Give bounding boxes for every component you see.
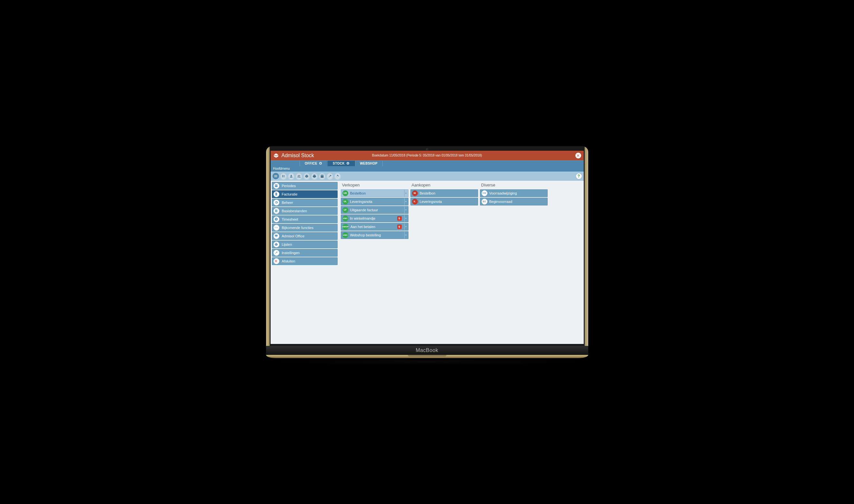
sidebar-item-label: Periodes [282, 184, 296, 188]
sidebar-item-label: Timesheet [282, 217, 298, 221]
module-tab-indicator-icon [346, 162, 349, 165]
close-button[interactable] [575, 152, 581, 159]
laptop-frame: Admisol Stock Boekdatum 11/05/2018 (Peri… [266, 146, 588, 358]
panel-item-label: Voorraadwijziging [490, 191, 547, 195]
code-chip: UF [342, 207, 348, 213]
printer-icon [273, 241, 279, 247]
sidebar-item-lijsten[interactable]: Lijsten [272, 240, 338, 248]
count-badge: 6 [397, 224, 402, 229]
wrench-icon [273, 250, 279, 256]
column-diverse: DiverseVWVoorraadwijzigingBSBeginvoorraa… [480, 182, 548, 205]
code-chip: UW2 [342, 232, 348, 238]
dropdown-toggle[interactable] [404, 215, 408, 222]
sidebar-menu: PeriodesFacturatieBeheerBasisbestandenTi… [271, 181, 339, 344]
sidebar-item-facturatie[interactable]: Facturatie [272, 190, 338, 198]
code-chip: UL [342, 199, 348, 204]
code-chip: VW [482, 190, 487, 196]
dropdown-toggle[interactable] [404, 206, 408, 214]
module-tab-stock[interactable]: STOCK [327, 161, 355, 166]
dropdown-toggle[interactable] [404, 198, 408, 205]
main-content: PeriodesFacturatieBeheerBasisbestandenTi… [271, 181, 584, 344]
print-icon[interactable] [311, 173, 318, 179]
app-header: Admisol Stock Boekdatum 11/05/2018 (Peri… [271, 151, 584, 160]
dots-icon [273, 225, 279, 231]
panel-columns: VerkopenUBBestelbonULLeveringsnotaUFUitg… [339, 181, 584, 344]
sidebar-item-bijkomende-functies[interactable]: Bijkomende functies [272, 224, 338, 232]
booking-date-status: Boekdatum 11/05/2018 (Periode 5: 05/2018… [372, 154, 482, 157]
panel-item-uitgaande-factuur[interactable]: UFUitgaande factuur [341, 206, 408, 214]
screen-icon [273, 233, 279, 239]
sidebar-item-label: Facturatie [282, 192, 298, 196]
app-window: Admisol Stock Boekdatum 11/05/2018 (Peri… [271, 151, 584, 344]
module-tab-webshop[interactable]: WEBSHOP [355, 161, 383, 166]
refresh-icon[interactable] [334, 173, 341, 179]
panel-item-in-winkelmandje[interactable]: UW1In winkelmandje5 [341, 215, 408, 222]
panel-item-label: Aan het betalen [351, 225, 395, 229]
panel-item-webshop-bestelling[interactable]: UW2Webshop bestelling [341, 231, 408, 239]
panel-item-bestelbon[interactable]: IBBestelbon [410, 190, 478, 197]
help-button[interactable]: ? [576, 173, 582, 179]
code-chip: UB [342, 190, 348, 196]
column-verkopen: VerkopenUBBestelbonULLeveringsnotaUFUitg… [341, 182, 408, 239]
list-icon[interactable] [280, 173, 287, 179]
menu-icon[interactable] [272, 173, 279, 179]
sidebar-item-afsluiten[interactable]: Afsluiten [272, 257, 338, 265]
panel-item-leveringsnota[interactable]: ULLeveringsnota [341, 198, 408, 205]
dropdown-toggle[interactable] [404, 223, 408, 230]
device-label: MacBook [266, 346, 588, 355]
sidebar-item-label: Instellingen [282, 251, 300, 255]
wrench-icon[interactable] [327, 173, 333, 179]
quick-toolbar: ? [271, 172, 584, 181]
sidebar-item-basisbestanden[interactable]: Basisbestanden [272, 207, 338, 215]
laptop-base [266, 355, 588, 358]
sidebar-item-label: Basisbestanden [282, 209, 307, 213]
module-tab-indicator-icon [319, 162, 322, 165]
column-title: Aankopen [412, 183, 478, 187]
app-title: Admisol Stock [282, 152, 314, 159]
sidebar-item-instellingen[interactable]: Instellingen [272, 249, 338, 257]
gear-icon [273, 200, 279, 205]
sidebar-item-timesheet[interactable]: Timesheet [272, 215, 338, 223]
panel-item-bestelbon[interactable]: UBBestelbon [341, 190, 408, 197]
files-icon [273, 208, 279, 214]
module-tab-label: OFFICE [305, 162, 317, 165]
dropdown-toggle[interactable] [404, 232, 408, 239]
sidebar-item-admisol-office[interactable]: Admisol Office [272, 232, 338, 240]
code-chip: IB [412, 190, 418, 196]
app-logo-icon [273, 152, 279, 159]
breadcrumb: Hoofdmenu [271, 166, 584, 172]
sidebar-item-label: Lijsten [282, 242, 292, 246]
column-title: Verkopen [342, 183, 408, 187]
group-icon[interactable] [296, 173, 302, 179]
panel-item-leveringsnota[interactable]: ILLeveringsnota [410, 198, 478, 205]
module-tab-office[interactable]: OFFICE [300, 161, 327, 166]
sidebar-item-periodes[interactable]: Periodes [272, 182, 338, 190]
clock-icon [273, 216, 279, 222]
panel-item-label: Bestelbon [350, 191, 402, 195]
sidebar-item-beheer[interactable]: Beheer [272, 199, 338, 206]
box-icon[interactable] [303, 173, 310, 179]
code-chip: IL [412, 199, 418, 204]
calendar-icon [273, 183, 279, 189]
code-chip: BS [482, 199, 487, 204]
sidebar-item-label: Bijkomende functies [282, 226, 314, 230]
dropdown-toggle[interactable] [404, 190, 408, 197]
invoice-icon [273, 191, 279, 197]
panel-item-label: In winkelmandje [350, 216, 395, 220]
calendar-icon[interactable] [319, 173, 325, 179]
panel-item-label: Leveringsnota [350, 200, 402, 203]
code-chip: UW1 [342, 215, 348, 221]
panel-item-aan-het-betalen[interactable]: UWOPAan het betalen6 [341, 223, 408, 231]
sidebar-item-label: Beheer [282, 201, 293, 204]
camera-icon [426, 148, 428, 151]
panel-item-label: Leveringsnota [420, 200, 477, 203]
module-tab-bar: OFFICESTOCKWEBSHOP [271, 160, 584, 166]
panel-item-label: Beginvoorraad [490, 200, 547, 203]
panel-item-beginvoorraad[interactable]: BSBeginvoorraad [480, 198, 548, 205]
module-tab-label: STOCK [333, 162, 345, 165]
panel-item-voorraadwijziging[interactable]: VWVoorraadwijziging [480, 190, 548, 197]
close-icon [273, 258, 279, 264]
screen-bezel: Admisol Stock Boekdatum 11/05/2018 (Peri… [266, 146, 588, 346]
person-icon[interactable] [288, 173, 295, 179]
column-title: Diverse [481, 183, 548, 187]
